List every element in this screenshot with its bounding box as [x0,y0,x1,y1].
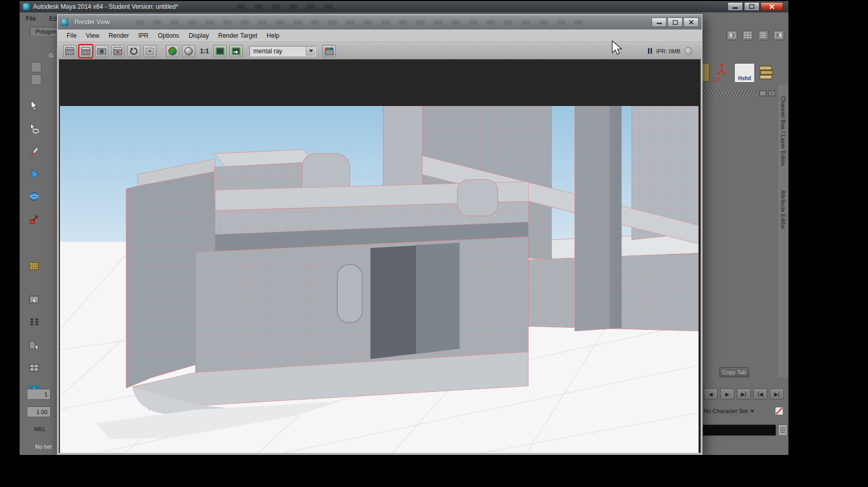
soft-mod-grid-icon[interactable] [25,256,43,275]
one-to-one-label[interactable]: 1:1 [198,48,211,55]
titlebar-ghost-smudge [237,4,337,9]
tab-attribute-editor[interactable]: Attribute Editor [780,190,786,230]
render-region-icon[interactable] [79,45,92,57]
script-editor-icon[interactable] [778,424,787,436]
shelf-partial-icon-2[interactable] [31,74,41,85]
layers-shelf-icon[interactable] [758,63,774,85]
layout-single-pane-icon[interactable] [25,291,43,309]
snapshot-icon[interactable] [95,45,109,57]
menu-file[interactable]: File [26,15,36,22]
render-display-area[interactable] [59,59,701,453]
shelf-partial-icon-1[interactable] [31,62,41,72]
right-tab-strip: Channel Box / Layer Editor Attribute Edi… [778,85,788,377]
panel-toggle-icon-4[interactable] [773,30,784,40]
move-tool-icon[interactable] [25,164,43,183]
character-set-label[interactable]: No Character Set [704,408,748,414]
close-button[interactable] [761,2,783,11]
render-current-frame-icon[interactable] [63,45,76,57]
character-set-icon[interactable] [775,407,783,415]
rv-maximize-button[interactable] [668,18,683,27]
ipr-region-icon[interactable] [143,45,157,57]
ipr-render-icon[interactable] [111,45,125,57]
current-frame-field[interactable]: 1 [27,389,51,400]
rv-menu-view[interactable]: View [81,31,104,41]
rv-menu-options[interactable]: Options [153,31,184,41]
rv-menu-display[interactable]: Display [184,31,213,41]
play-forward-button[interactable]: ▶ [720,388,734,400]
rgb-channel-icon[interactable] [166,45,179,57]
sidebar-toggle-row [726,30,784,40]
go-to-start-button[interactable]: |◀ [753,388,767,400]
toolbox [25,96,43,400]
maya-app-icon [23,3,30,10]
rv-menu-help[interactable]: Help [262,31,284,41]
hshd-label: Hshd [738,75,751,82]
alpha-channel-icon[interactable] [182,45,195,57]
paint-select-tool-icon[interactable] [25,142,43,160]
panel-drag-hatch[interactable] [703,91,756,97]
rv-menu-file[interactable]: File [62,31,81,41]
go-to-end-button[interactable]: ▶| [770,388,784,400]
rv-menu-render[interactable]: Render [104,31,133,41]
panel-restore-icon[interactable] [760,90,766,96]
renderer-selected-value: mental ray [253,48,282,55]
main-titlebar[interactable]: Autodesk Maya 2014 x64 - Student Version… [20,1,788,12]
renderer-dropdown-arrow[interactable] [306,47,315,56]
copy-tab-button[interactable]: Copy Tab [719,367,749,377]
refresh-ipr-icon[interactable] [127,45,141,57]
layout-four-pane-icon[interactable] [25,313,43,332]
keep-image-icon[interactable] [213,45,227,57]
panel-toggle-icon-3[interactable] [757,30,769,40]
playback-speed-field[interactable]: 1.00 [27,406,51,417]
layout-grid-icon[interactable] [25,359,43,377]
command-line-input[interactable] [703,424,776,436]
rv-close-button[interactable] [684,18,699,27]
render-settings-icon[interactable] [322,45,336,57]
render-status-circle [685,47,692,55]
render-view-title: Render View [74,19,110,26]
scale-tool-icon[interactable] [25,210,43,229]
shelf-partial-label: G [49,52,54,58]
cp-label: CP [713,77,720,83]
titlebar-ghost-menus [135,20,590,25]
panel-close-icon[interactable] [768,90,775,96]
character-set-row: No Character Set [704,407,786,415]
render-scene [60,106,699,453]
render-view-titlebar[interactable]: Render View [58,15,702,29]
main-window-title: Autodesk Maya 2014 x64 - Student Version… [33,3,178,10]
rotate-tool-icon[interactable] [25,187,43,206]
step-forward-button[interactable]: ▶| [737,388,751,400]
right-shelf-row: CP Hshd [703,63,774,85]
playback-controls: ◀ ▶ ▶| |◀ ▶| [704,388,784,400]
pause-ipr-icon[interactable] [648,48,652,54]
tab-channel-box[interactable]: Channel Box / Layer Editor [780,96,786,166]
mel-label[interactable]: MEL [34,426,46,432]
help-line-text: No hel [35,444,52,450]
lasso-tool-icon[interactable] [25,119,43,138]
layout-outliner-icon[interactable] [25,336,43,355]
minimize-button[interactable] [727,2,743,11]
ipr-status-cluster: IPR: 0MB [648,47,696,55]
right-panel: CP Hshd Channel Box / Layer Editor Attri… [702,12,788,455]
remove-image-icon[interactable] [229,45,243,57]
mouse-cursor [611,40,623,56]
rv-menu-render-target[interactable]: Render Target [213,31,262,41]
render-view-toolbar: 1:1 mental ray IPR: 0MB [58,42,702,59]
partial-shelf-icon[interactable] [703,63,709,82]
hshd-shelf-icon[interactable]: Hshd [734,63,755,83]
render-view-icon [61,19,68,26]
render-view-menubar: File View Render IPR Options Display Ren… [58,29,702,42]
select-tool-icon[interactable] [25,96,43,115]
cp-shelf-icon[interactable]: CP [712,63,731,83]
step-back-button[interactable]: ◀ [704,388,718,400]
rv-menu-ipr[interactable]: IPR [134,31,153,41]
render-view-window: Render View File View Render IPR Options… [57,14,703,455]
renderer-select[interactable]: mental ray [250,46,316,56]
panel-toggle-icon-1[interactable] [726,30,738,40]
chevron-down-icon[interactable] [750,410,754,413]
maximize-button[interactable] [744,2,760,11]
rv-minimize-button[interactable] [652,18,667,27]
ipr-memory-label: IPR: 0MB [656,48,680,54]
panel-toggle-icon-2[interactable] [742,30,753,40]
